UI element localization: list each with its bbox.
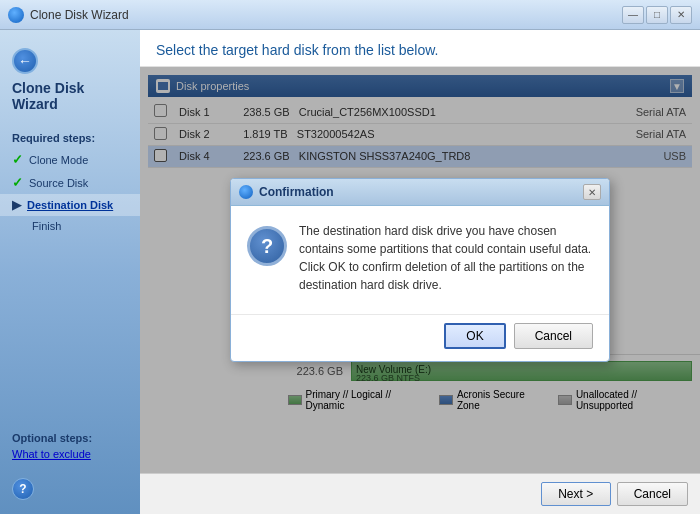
what-to-exclude-link[interactable]: What to exclude <box>12 448 128 460</box>
sidebar-item-finish[interactable]: Finish <box>0 216 140 236</box>
wizard-header: ← Clone Disk Wizard <box>0 40 140 120</box>
sidebar: ← Clone Disk Wizard Required steps: ✓ Cl… <box>0 30 140 514</box>
bottom-bar: Next > Cancel <box>140 473 700 514</box>
content-title: Select the target hard disk from the lis… <box>156 42 684 58</box>
dialog-title-bar: Confirmation ✕ <box>231 179 609 206</box>
sidebar-item-clone-mode[interactable]: ✓ Clone Mode <box>0 148 140 171</box>
close-button[interactable]: ✕ <box>670 6 692 24</box>
disk-list-container: Disk properties ▼ Disk 1 238.5 GB Crucia… <box>140 67 700 473</box>
question-icon: ? <box>247 226 287 266</box>
back-icon: ← <box>18 53 32 69</box>
dialog-message: The destination hard disk drive you have… <box>299 222 593 294</box>
main-container: ← Clone Disk Wizard Required steps: ✓ Cl… <box>0 30 700 514</box>
content-area: Select the target hard disk from the lis… <box>140 30 700 514</box>
sidebar-item-source-disk[interactable]: ✓ Source Disk <box>0 171 140 194</box>
dialog-body: ? The destination hard disk drive you ha… <box>231 206 609 310</box>
optional-steps-section: Optional steps: What to exclude <box>0 422 140 470</box>
dialog-close-button[interactable]: ✕ <box>583 184 601 200</box>
sidebar-item-label: Finish <box>32 220 61 232</box>
ok-button[interactable]: OK <box>444 323 505 349</box>
cancel-button[interactable]: Cancel <box>617 482 688 506</box>
content-header: Select the target hard disk from the lis… <box>140 30 700 67</box>
sidebar-item-destination-disk[interactable]: ▶ Destination Disk <box>0 194 140 216</box>
app-icon <box>8 7 24 23</box>
question-mark: ? <box>261 235 273 258</box>
title-bar: Clone Disk Wizard — □ ✕ <box>0 0 700 30</box>
required-steps-label: Required steps: <box>0 120 140 148</box>
active-arrow-icon: ▶ <box>12 198 21 212</box>
dialog-title-left: Confirmation <box>239 185 334 199</box>
next-button[interactable]: Next > <box>541 482 611 506</box>
dialog-app-icon <box>239 185 253 199</box>
confirmation-dialog: Confirmation ✕ ? The destination hard di… <box>230 178 610 362</box>
dialog-title-text: Confirmation <box>259 185 334 199</box>
cancel-dialog-button[interactable]: Cancel <box>514 323 593 349</box>
minimize-button[interactable]: — <box>622 6 644 24</box>
sidebar-item-label: Source Disk <box>29 177 88 189</box>
help-icon: ? <box>19 482 26 496</box>
dialog-overlay: Confirmation ✕ ? The destination hard di… <box>140 67 700 473</box>
dialog-buttons: OK Cancel <box>231 314 609 361</box>
sidebar-item-label: Clone Mode <box>29 154 88 166</box>
window-title: Clone Disk Wizard <box>30 8 129 22</box>
wizard-title: Clone Disk Wizard <box>12 80 128 112</box>
check-icon: ✓ <box>12 152 23 167</box>
window-controls: — □ ✕ <box>622 6 692 24</box>
maximize-button[interactable]: □ <box>646 6 668 24</box>
optional-steps-label: Optional steps: <box>12 432 128 444</box>
sidebar-item-label: Destination Disk <box>27 199 113 211</box>
back-button[interactable]: ← <box>12 48 38 74</box>
help-button[interactable]: ? <box>12 478 34 500</box>
check-icon: ✓ <box>12 175 23 190</box>
